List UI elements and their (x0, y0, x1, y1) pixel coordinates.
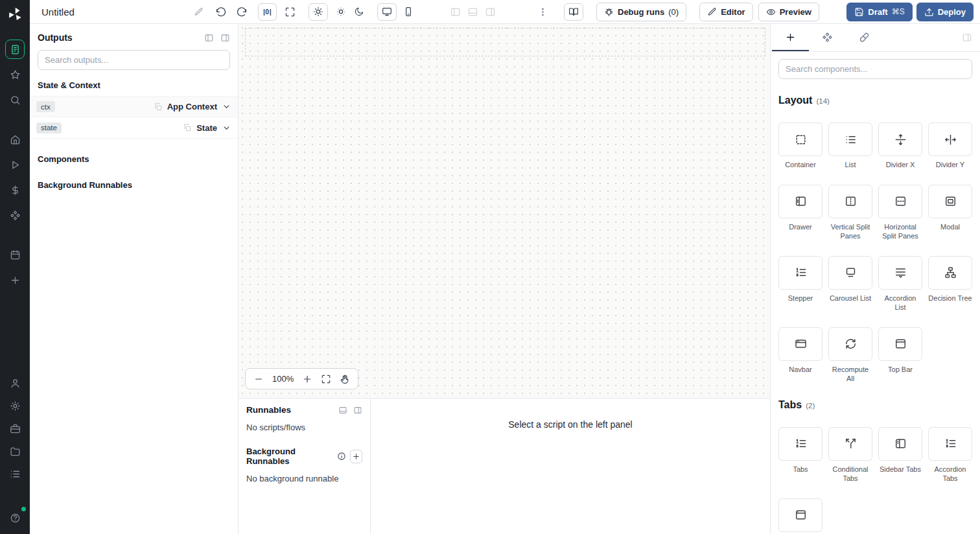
sidebar-item-runs[interactable] (5, 155, 25, 174)
dock-runnables-panel-icon[interactable] (338, 406, 347, 415)
sidebar-item-search[interactable] (5, 90, 25, 110)
sidebar-item-favorites[interactable] (5, 65, 25, 84)
copy-icon[interactable] (183, 123, 192, 132)
draft-button[interactable]: Draft ⌘S (846, 3, 912, 21)
components-search-input[interactable] (778, 59, 972, 79)
component-card-box (778, 327, 822, 361)
sidebar-item-resources[interactable] (5, 205, 25, 225)
drawer-icon (795, 195, 807, 207)
chevron-down-icon[interactable] (222, 123, 231, 133)
component-card-modal[interactable]: Modal (928, 185, 972, 241)
component-card-label: Top Bar (878, 365, 922, 375)
component-card-box (828, 256, 872, 290)
toggle-left-panel-icon[interactable] (450, 6, 461, 17)
pan-tool-button[interactable] (340, 374, 350, 384)
debug-runs-button[interactable]: Debug runs (0) (596, 3, 686, 21)
info-icon[interactable] (337, 452, 346, 461)
preview-button[interactable]: Preview (758, 3, 819, 21)
component-card-label: Modal (928, 222, 972, 232)
sidebar-item-settings[interactable] (5, 396, 25, 415)
undo-button[interactable] (215, 6, 227, 17)
component-card-box (778, 122, 822, 156)
expand-outputs-panel-icon[interactable] (220, 33, 230, 43)
theme-dark-button[interactable] (354, 6, 364, 17)
navbar-icon (795, 338, 807, 350)
sidebar-item-app-editor[interactable] (5, 40, 25, 59)
component-card-recompute-all[interactable]: Recompute All (828, 327, 872, 384)
component-card-decision-tree[interactable]: Decision Tree (928, 256, 972, 312)
desktop-view-button[interactable] (377, 3, 397, 21)
output-row-right: App Context (154, 102, 231, 111)
canvas-top-container[interactable] (245, 28, 765, 56)
app-title[interactable]: Untitled (41, 6, 75, 17)
expand-runnables-panel-icon[interactable] (353, 406, 362, 415)
component-card-accordion-list[interactable]: Accordion List (878, 256, 922, 312)
sidebar-item-folders[interactable] (5, 441, 25, 461)
component-card-vertical-split-panes[interactable]: Vertical Split Panes (828, 185, 872, 241)
sidebar-item-logs[interactable] (5, 464, 25, 483)
fit-canvas-button[interactable] (321, 374, 331, 384)
theme-light-button[interactable] (309, 3, 328, 21)
sidebar-item-home[interactable] (5, 130, 25, 149)
chevron-down-icon[interactable] (222, 102, 231, 111)
component-card-tabs[interactable]: Tabs (778, 427, 822, 483)
mobile-view-button[interactable] (403, 6, 414, 17)
fit-screen-button[interactable] (285, 6, 296, 17)
component-card-divider-y[interactable]: Divider Y (928, 122, 972, 170)
component-card-horizontal-split-panes[interactable]: Horizontal Split Panes (878, 185, 922, 241)
bug-icon (604, 7, 614, 17)
tab-components-tree[interactable] (809, 24, 846, 51)
component-card-sidebar-tabs[interactable]: Sidebar Tabs (878, 427, 922, 483)
component-card-accordion-tabs[interactable]: Accordion Tabs (928, 427, 972, 483)
add-background-runnable-button[interactable] (350, 450, 362, 463)
redo-button[interactable] (236, 6, 248, 17)
output-row-state[interactable]: stateState (30, 117, 238, 139)
outputs-panel: Outputs State & Context ctxApp Contextst… (30, 24, 239, 534)
sidebar-item-variables[interactable] (5, 180, 25, 200)
component-card-container[interactable]: Container (778, 122, 822, 170)
docs-button[interactable] (564, 3, 583, 21)
sidebar-item-help[interactable] (5, 508, 25, 528)
global-sidebar (0, 0, 30, 534)
components-heading[interactable]: Components (30, 139, 238, 170)
collapse-right-panel-button[interactable] (962, 24, 979, 51)
sidebar-item-user[interactable] (5, 373, 25, 393)
toggle-bottom-panel-icon[interactable] (467, 6, 478, 17)
sidebar-item-workers[interactable] (5, 419, 25, 438)
rename-app-icon[interactable] (194, 7, 204, 17)
component-card-carousel-list[interactable]: Carousel List (828, 256, 872, 312)
component-card-stepper[interactable]: Stepper (778, 256, 822, 312)
runnables-header: Runnables (246, 405, 362, 415)
windmill-logo[interactable] (6, 6, 23, 23)
toggle-right-panel-icon[interactable] (485, 6, 496, 17)
background-runnables-heading[interactable]: Background Runnables (30, 170, 238, 196)
component-card-navbar[interactable]: Navbar (778, 327, 822, 384)
zoom-in-button[interactable] (302, 374, 312, 384)
zoom-out-button[interactable] (253, 374, 264, 384)
component-card-partial[interactable] (778, 498, 822, 534)
component-card-drawer[interactable]: Drawer (778, 185, 822, 241)
section-count: (2) (806, 400, 815, 412)
more-menu-button[interactable] (537, 6, 548, 17)
editor-button[interactable]: Editor (699, 3, 753, 21)
container-icon (795, 134, 807, 146)
dock-outputs-panel-icon[interactable] (204, 33, 214, 43)
output-row-ctx[interactable]: ctxApp Context (30, 96, 238, 117)
theme-auto-button[interactable] (336, 6, 346, 17)
deploy-button[interactable]: Deploy (916, 3, 974, 21)
component-card-list[interactable]: List (828, 122, 872, 170)
zoom-level[interactable]: 100% (272, 374, 294, 384)
tab-insert[interactable] (772, 24, 809, 51)
sidebar-item-create[interactable] (5, 270, 25, 290)
tab-styling[interactable] (846, 24, 883, 51)
component-card-top-bar[interactable]: Top Bar (878, 327, 922, 384)
component-card-divider-x[interactable]: Divider X (878, 122, 922, 170)
sidebar-item-schedules[interactable] (5, 245, 25, 264)
component-card-label: Accordion Tabs (928, 465, 972, 483)
outputs-search-input[interactable] (38, 50, 230, 70)
copy-icon[interactable] (154, 102, 163, 111)
app-canvas[interactable]: 100% (239, 24, 770, 398)
component-card-conditional-tabs[interactable]: Conditional Tabs (828, 427, 872, 483)
component-card-box (778, 185, 822, 218)
zoom-reset-button[interactable]: |0| (258, 3, 277, 21)
